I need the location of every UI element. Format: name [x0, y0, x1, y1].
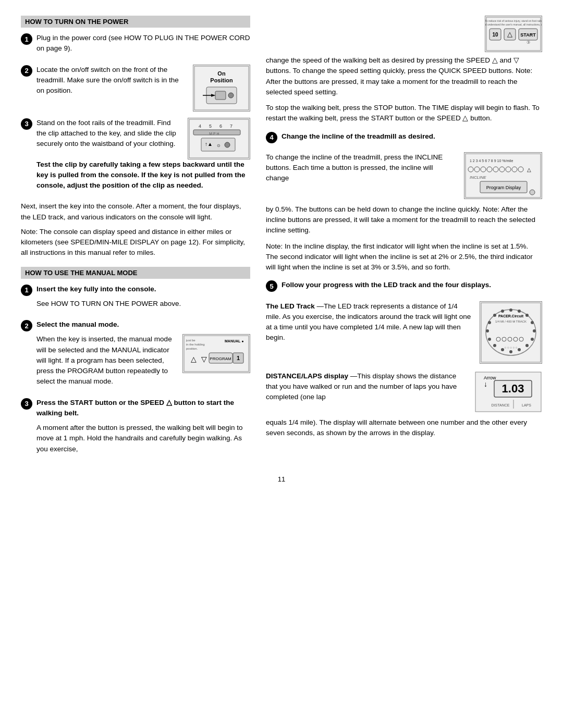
incline-text-block: To change the incline of the treadmill, …: [266, 152, 458, 199]
manual-step-1-bold: Insert the key fully into the console.: [36, 285, 156, 293]
manual-step-2-bold: Select the manual mode.: [36, 320, 119, 328]
svg-text:5: 5: [209, 124, 212, 129]
svg-text:in the holding: in the holding: [186, 343, 205, 346]
svg-point-71: [488, 338, 491, 341]
svg-point-55: [530, 190, 535, 195]
svg-text:7: 7: [230, 124, 232, 129]
manual-step-2-text: When the key is inserted, the manual mod…: [36, 334, 176, 391]
power-step-3-bold: Test the clip by carefully taking a few …: [36, 161, 246, 190]
power-step-2: 2 Locate the on/off switch on the front …: [21, 65, 250, 112]
svg-point-60: [509, 309, 512, 312]
right-step-num-5: 5: [266, 280, 277, 292]
power-step-3-text: Stand on the foot rails of the treadmill…: [36, 118, 181, 154]
manual-step-1: 1 Insert the key fully into the console.…: [21, 284, 250, 314]
incline-text2: by 0.5%. The buttons can be held down to…: [266, 204, 542, 236]
led-text-block: The LED Track —The LED track represents …: [266, 301, 473, 364]
manual-step-3-content: Press the START button or the SPEED △ bu…: [36, 398, 250, 459]
speed-text: change the speed of the walking belt as …: [266, 55, 542, 97]
svg-point-65: [531, 338, 534, 341]
page-number: 11: [21, 475, 542, 483]
svg-point-66: [525, 344, 529, 347]
stop-text: To stop the walking belt, press the STOP…: [266, 103, 542, 124]
svg-text:just be: just be: [186, 339, 195, 342]
manual-section-header: HOW TO USE THE MANUAL MODE: [21, 267, 250, 279]
svg-point-70: [493, 344, 496, 347]
svg-point-75: [501, 310, 504, 313]
svg-text:position.: position.: [186, 347, 198, 350]
svg-text:↑▲: ↑▲: [205, 141, 213, 147]
svg-point-62: [525, 314, 529, 317]
manual-step-2-content: Select the manual mode. When the key is …: [36, 319, 250, 391]
svg-text:MANUAL ●: MANUAL ●: [225, 339, 243, 343]
incline-illustration: 1 2 3 4 5 6 7 8 9 10 %/mile: [464, 152, 542, 199]
distance-laps-section: DISTANCE/LAPS display —This display show…: [266, 371, 542, 414]
right-step-4-content: Change the incline of the treadmill as d…: [282, 131, 542, 146]
svg-point-68: [509, 350, 512, 353]
svg-text:PACER.Circuit: PACER.Circuit: [498, 314, 524, 318]
manual-step-3: 3 Press the START button or the SPEED △ …: [21, 398, 250, 459]
power-step-1-content: Plug in the power cord (see HOW TO PLUG …: [36, 33, 250, 58]
svg-point-69: [501, 348, 504, 351]
right-step-5-bold: Follow your progress with the LED track …: [282, 281, 491, 289]
power-step-2-content: Locate the on/off switch on the front of…: [36, 65, 250, 112]
svg-text:1  2  3  4  5  6  7  8  9  10 : 1 2 3 4 5 6 7 8 9 10 %/mile: [470, 159, 513, 163]
svg-point-72: [486, 329, 489, 332]
svg-text:6: 6: [219, 124, 222, 129]
svg-text:4: 4: [199, 124, 201, 129]
dist-bold: DISTANCE/LAPS display: [266, 372, 348, 380]
svg-text:INCLINE: INCLINE: [470, 175, 486, 180]
svg-text:⊙: ⊙: [217, 143, 221, 148]
right-step-num-4: 4: [266, 132, 277, 143]
svg-point-64: [533, 329, 536, 332]
right-step-5-content: Follow your progress with the LED track …: [282, 280, 542, 294]
svg-text:▽: ▽: [201, 355, 207, 363]
power-step-3-content: Stand on the foot rails of the treadmill…: [36, 118, 250, 195]
led-section: The LED Track —The LED track represents …: [266, 301, 542, 364]
svg-text:START: START: [520, 32, 536, 38]
key-illustration: 4 5 6 7 M P H ↑▲: [188, 118, 250, 159]
svg-text:△: △: [527, 167, 531, 172]
power-para2: Note: The console can display speed and …: [21, 227, 250, 258]
svg-point-4: [228, 93, 234, 98]
pacer-illustration: PACER.Circuit 1/4 MI / 400 M TRACK: [480, 301, 542, 364]
step-num-3: 3: [21, 118, 32, 130]
step-num-2: 2: [21, 65, 32, 77]
manual-step-num-2: 2: [21, 320, 32, 331]
svg-text:↓: ↓: [484, 380, 487, 388]
svg-text:10: 10: [492, 32, 498, 38]
svg-text:and understand the user's manu: and understand the user's manual, all in…: [485, 23, 542, 26]
manual-step-3-bold: Press the START button or the SPEED △ bu…: [36, 399, 234, 417]
manual-console-illustration: just be in the holding position. MANUAL …: [182, 334, 250, 373]
svg-text:To reduce risk of serious inju: To reduce risk of serious injury, stand …: [485, 19, 542, 22]
svg-text:1.03: 1.03: [502, 382, 524, 395]
right-step-4: 4 Change the incline of the treadmill as…: [266, 131, 542, 146]
svg-text:1/4 MI / 400 M TRACK: 1/4 MI / 400 M TRACK: [495, 320, 527, 323]
svg-text:○ ○ ○ ○ ○: ○ ○ ○ ○ ○: [505, 346, 518, 349]
right-step-4-bold: Change the incline of the treadmill as d…: [282, 132, 435, 140]
svg-text:On: On: [217, 70, 226, 77]
manual-step-2: 2 Select the manual mode. When the key i…: [21, 319, 250, 391]
power-para1: Next, insert the key into the console. A…: [21, 201, 250, 223]
manual-step-1-see: See HOW TO TURN ON THE POWER above.: [36, 299, 250, 309]
svg-point-74: [493, 314, 496, 317]
right-step-5: 5 Follow your progress with the LED trac…: [266, 280, 542, 294]
manual-step-1-content: Insert the key fully into the console. S…: [36, 284, 250, 314]
power-step-1: 1 Plug in the power cord (see HOW TO PLU…: [21, 33, 250, 58]
right-column: To reduce risk of serious injury, stand …: [266, 16, 542, 465]
svg-text:③: ③: [527, 40, 530, 45]
svg-text:1: 1: [237, 355, 240, 361]
distance-laps-text: DISTANCE/LAPS display —This display show…: [266, 371, 469, 407]
svg-point-61: [518, 310, 521, 313]
svg-point-63: [531, 321, 534, 324]
speed-buttons-illustration: To reduce risk of serious injury, stand …: [485, 16, 542, 52]
manual-step-3-text: A moment after the button is pressed, th…: [36, 423, 250, 454]
svg-text:Position: Position: [210, 77, 233, 83]
svg-point-17: [225, 142, 230, 147]
manual-step-num-1: 1: [21, 285, 32, 296]
svg-text:△: △: [191, 355, 197, 363]
svg-text:△: △: [507, 30, 512, 38]
power-step-3: 3 Stand on the foot rails of the treadmi…: [21, 118, 250, 195]
svg-point-67: [518, 348, 521, 351]
svg-text:DISTANCE: DISTANCE: [492, 403, 510, 407]
manual-step-num-3: 3: [21, 398, 32, 410]
